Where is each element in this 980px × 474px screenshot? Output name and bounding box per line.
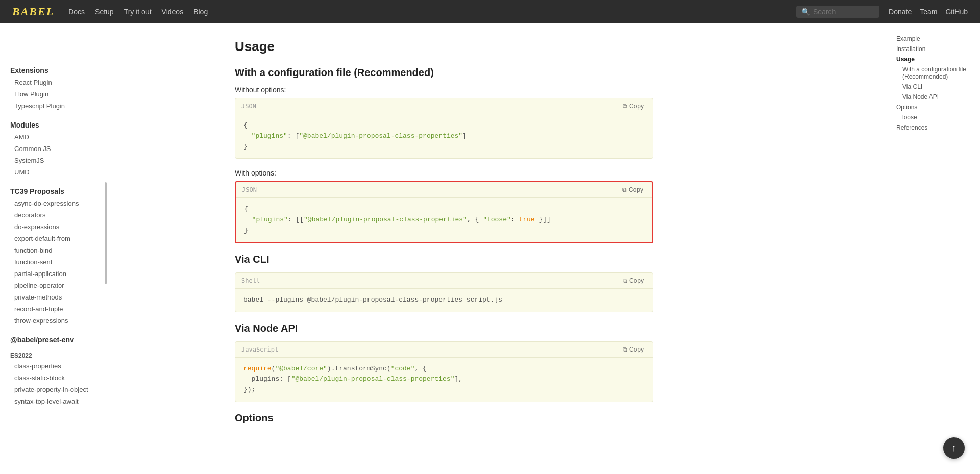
nav-blog[interactable]: Blog — [193, 8, 208, 16]
sidebar-section-modules: Modules — [0, 117, 107, 131]
nav-videos[interactable]: Videos — [162, 8, 184, 16]
toc-via-cli[interactable]: Via CLI — [896, 82, 972, 92]
copy-icon-3: ⧉ — [623, 277, 627, 284]
sidebar-item-function-sent[interactable]: function-sent — [0, 256, 107, 268]
nav-try-it-out[interactable]: Try it out — [124, 8, 152, 16]
code-line: }); — [243, 385, 645, 395]
sidebar-es2022-label: ES2022 — [0, 351, 107, 360]
sidebar-item-class-static-block[interactable]: class-static-block — [0, 372, 107, 384]
toc-with-config[interactable]: With a configuration file (Recommended) — [896, 64, 972, 82]
code-lang-4: JavaScript — [241, 346, 278, 353]
sidebar-section-tc39: TC39 Proposals — [0, 183, 107, 197]
navbar-right: 🔍 Donate Team GitHub — [796, 6, 968, 18]
code-line: { — [244, 204, 644, 215]
sidebar-item-private-property[interactable]: private-property-in-object — [0, 384, 107, 395]
toc-example[interactable]: Example — [896, 34, 972, 44]
toc-references[interactable]: References — [896, 122, 972, 133]
sidebar-item-throw-expressions[interactable]: throw-expressions — [0, 315, 107, 327]
sidebar-section-preset-env: @babel/preset-env — [0, 332, 107, 346]
nav-github[interactable]: GitHub — [945, 8, 968, 16]
copy-label-1: Copy — [629, 103, 644, 110]
code-lang-1: JSON — [241, 103, 256, 110]
navbar-left: BABEL Docs Setup Try it out Videos Blog — [12, 5, 208, 18]
code-line: require("@babel/core").transformSync("co… — [243, 364, 645, 375]
code-block-header-3: Shell ⧉ Copy — [235, 273, 653, 289]
sidebar-item-class-properties[interactable]: class-properties — [0, 360, 107, 372]
code-block-shell: Shell ⧉ Copy babel --plugins @babel/plug… — [235, 272, 653, 312]
toc-loose[interactable]: loose — [896, 112, 972, 122]
copy-button-1[interactable]: ⧉ Copy — [620, 102, 647, 111]
toc-options[interactable]: Options — [896, 102, 972, 112]
sidebar-item-commonjs[interactable]: Common JS — [0, 143, 107, 155]
navbar-right-links: Donate Team GitHub — [889, 8, 968, 16]
sidebar-item-systemjs[interactable]: SystemJS — [0, 155, 107, 166]
section-title-config: With a configuration file (Recommended) — [235, 67, 653, 79]
sidebar-item-pipeline-operator[interactable]: pipeline-operator — [0, 280, 107, 291]
copy-button-2[interactable]: ⧉ Copy — [619, 185, 646, 194]
copy-icon-4: ⧉ — [623, 346, 627, 353]
code-line: } — [243, 142, 645, 153]
sidebar-item-react-plugin[interactable]: React Plugin — [0, 77, 107, 88]
code-line: babel --plugins @babel/plugin-proposal-c… — [243, 295, 645, 306]
copy-icon-1: ⧉ — [623, 103, 627, 110]
nav-docs[interactable]: Docs — [68, 8, 85, 16]
sidebar-item-export-default[interactable]: export-default-from — [0, 233, 107, 244]
sidebar-item-decorators[interactable]: decorators — [0, 209, 107, 221]
nav-setup[interactable]: Setup — [95, 8, 114, 16]
scroll-up-button[interactable]: ↑ — [943, 437, 965, 459]
sidebar-item-flow-plugin[interactable]: Flow Plugin — [0, 88, 107, 100]
search-icon: 🔍 — [801, 8, 810, 16]
code-content-4: require("@babel/core").transformSync("co… — [235, 358, 653, 402]
sidebar-item-typescript-plugin[interactable]: Typescript Plugin — [0, 100, 107, 112]
code-block-json-with-options: JSON ⧉ Copy { "plugins": [["@babel/plugi… — [235, 181, 653, 243]
with-options-label: With options: — [235, 169, 653, 177]
copy-label-2: Copy — [629, 186, 643, 193]
code-block-js: JavaScript ⧉ Copy require("@babel/core")… — [235, 341, 653, 402]
code-block-header-4: JavaScript ⧉ Copy — [235, 342, 653, 358]
copy-label-3: Copy — [629, 277, 644, 284]
copy-button-3[interactable]: ⧉ Copy — [620, 276, 647, 285]
toc-via-node-api[interactable]: Via Node API — [896, 92, 972, 102]
search-box[interactable]: 🔍 — [796, 6, 879, 18]
code-content-3: babel --plugins @babel/plugin-proposal-c… — [235, 289, 653, 312]
copy-button-4[interactable]: ⧉ Copy — [620, 345, 647, 354]
without-options-label: Without options: — [235, 86, 653, 94]
sidebar-item-amd[interactable]: AMD — [0, 131, 107, 143]
code-line: plugins: ["@babel/plugin-proposal-class-… — [243, 374, 645, 385]
navbar: BABEL Docs Setup Try it out Videos Blog … — [0, 0, 980, 23]
search-input[interactable] — [813, 8, 874, 16]
sidebar-item-partial-application[interactable]: partial-application — [0, 268, 107, 280]
section-title-cli: Via CLI — [235, 254, 653, 265]
logo[interactable]: BABEL — [12, 5, 54, 18]
sidebar-item-async-do[interactable]: async-do-expressions — [0, 197, 107, 209]
page-title: Usage — [235, 39, 653, 55]
code-lang-2: JSON — [242, 186, 257, 193]
sidebar-item-record-and-tuple[interactable]: record-and-tuple — [0, 303, 107, 315]
code-line: { — [243, 120, 645, 131]
nav-donate[interactable]: Donate — [889, 8, 912, 16]
sidebar-item-private-methods[interactable]: private-methods — [0, 291, 107, 303]
section-title-nodeapi: Via Node API — [235, 322, 653, 334]
main-content: Usage With a configuration file (Recomme… — [214, 23, 674, 474]
toc-right: Example Installation Usage With a config… — [888, 23, 980, 474]
code-block-header-2: JSON ⧉ Copy — [236, 182, 652, 198]
toc-usage: Usage — [896, 54, 972, 64]
sidebar-left: Extensions React Plugin Flow Plugin Type… — [0, 47, 107, 474]
code-content-2: { "plugins": [["@babel/plugin-proposal-c… — [236, 198, 652, 242]
copy-label-4: Copy — [629, 346, 644, 353]
sidebar-item-umd[interactable]: UMD — [0, 166, 107, 178]
scroll-up-icon: ↑ — [952, 443, 957, 454]
sidebar-item-function-bind[interactable]: function-bind — [0, 244, 107, 256]
code-block-json-without-options: JSON ⧉ Copy { "plugins": ["@babel/plugin… — [235, 98, 653, 159]
sidebar-section-extensions: Extensions — [0, 62, 107, 77]
layout: Extensions React Plugin Flow Plugin Type… — [0, 23, 980, 474]
scroll-indicator — [105, 182, 107, 284]
code-lang-3: Shell — [241, 277, 260, 284]
toc-installation[interactable]: Installation — [896, 44, 972, 54]
nav-links: Docs Setup Try it out Videos Blog — [68, 8, 208, 16]
sidebar-item-do-expressions[interactable]: do-expressions — [0, 221, 107, 233]
code-line: "plugins": ["@babel/plugin-proposal-clas… — [243, 131, 645, 142]
sidebar-item-syntax-top-level[interactable]: syntax-top-level-await — [0, 395, 107, 407]
section-title-options: Options — [235, 412, 653, 424]
nav-team[interactable]: Team — [920, 8, 937, 16]
